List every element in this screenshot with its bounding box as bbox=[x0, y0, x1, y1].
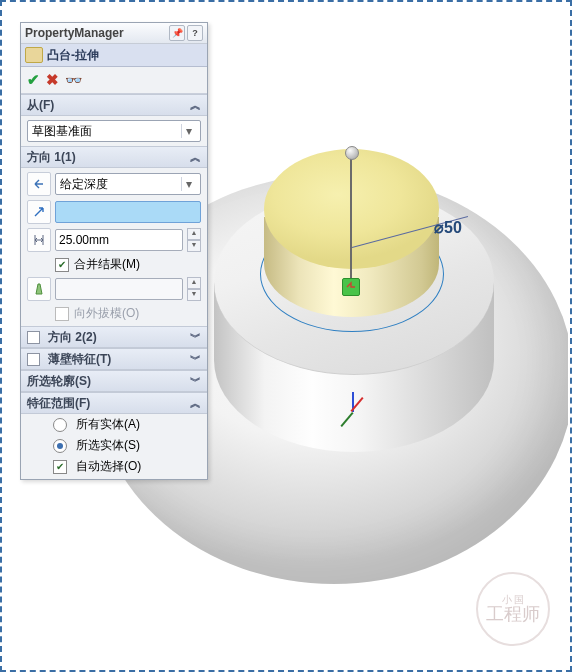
section-from-label: 从(F) bbox=[27, 97, 54, 114]
section-dir2-label: 方向 2(2) bbox=[48, 329, 97, 346]
scope-selected-bodies-label: 所选实体(S) bbox=[76, 437, 140, 454]
section-scope-label: 特征范围(F) bbox=[27, 395, 90, 412]
depth-icon bbox=[27, 228, 51, 252]
feature-title: 凸台-拉伸 bbox=[47, 47, 99, 64]
scope-auto-select-checkbox[interactable] bbox=[53, 460, 67, 474]
boss-extrude-icon bbox=[25, 47, 43, 63]
merge-result-checkbox[interactable] bbox=[55, 258, 69, 272]
end-condition-dropdown[interactable]: 给定深度 ▾ bbox=[55, 173, 201, 195]
section-dir1-body: 给定深度 ▾ 25.00mm ▲▼ bbox=[21, 168, 207, 326]
property-manager-titlebar: PropertyManager 📌 ? bbox=[21, 23, 207, 44]
sketch-origin-icon bbox=[342, 278, 360, 296]
dir2-enable-checkbox[interactable] bbox=[27, 331, 40, 344]
property-manager-title: PropertyManager bbox=[25, 26, 124, 40]
depth-input[interactable]: 25.00mm bbox=[55, 229, 183, 251]
from-condition-value: 草图基准面 bbox=[32, 123, 92, 140]
watermark: 小 国 工程师 bbox=[476, 572, 550, 646]
depth-spinner[interactable]: ▲▼ bbox=[187, 228, 201, 252]
section-scope-body: 所有实体(A) 所选实体(S) 自动选择(O) bbox=[21, 414, 207, 479]
direction-reference-field[interactable] bbox=[55, 201, 201, 223]
chevron-down-icon: ▾ bbox=[181, 124, 196, 138]
merge-result-label: 合并结果(M) bbox=[74, 256, 140, 273]
extrude-direction-knob[interactable] bbox=[345, 146, 359, 160]
from-condition-dropdown[interactable]: 草图基准面 ▾ bbox=[27, 120, 201, 142]
scope-auto-select-label: 自动选择(O) bbox=[76, 458, 141, 475]
feature-title-row: 凸台-拉伸 bbox=[21, 44, 207, 67]
reverse-direction-button[interactable] bbox=[27, 172, 51, 196]
view-triad[interactable] bbox=[334, 394, 374, 434]
thin-enable-checkbox[interactable] bbox=[27, 353, 40, 366]
section-contours-label: 所选轮廓(S) bbox=[27, 373, 91, 390]
watermark-line2: 工程师 bbox=[486, 605, 540, 623]
section-scope-header[interactable]: 特征范围(F) ︽ bbox=[21, 392, 207, 414]
expand-icon: ︾ bbox=[190, 352, 201, 367]
pin-button[interactable]: 📌 bbox=[169, 25, 185, 41]
property-manager-panel: PropertyManager 📌 ? 凸台-拉伸 ✔ ✖ 👓 从(F) ︽ 草… bbox=[20, 22, 208, 480]
end-condition-value: 给定深度 bbox=[60, 176, 108, 193]
chevron-down-icon: ▾ bbox=[181, 177, 196, 191]
draft-outward-checkbox bbox=[55, 307, 69, 321]
section-from-body: 草图基准面 ▾ bbox=[21, 116, 207, 146]
cancel-button[interactable]: ✖ bbox=[46, 71, 59, 89]
draft-spinner[interactable]: ▲▼ bbox=[187, 277, 201, 301]
scope-all-bodies-label: 所有实体(A) bbox=[76, 416, 140, 433]
draft-angle-input[interactable] bbox=[55, 278, 183, 300]
section-thin-label: 薄壁特征(T) bbox=[48, 351, 111, 368]
draft-on-off-button[interactable] bbox=[27, 277, 51, 301]
section-from-header[interactable]: 从(F) ︽ bbox=[21, 94, 207, 116]
collapse-icon: ︽ bbox=[190, 150, 201, 165]
section-thin-header[interactable]: 薄壁特征(T) ︾ bbox=[21, 348, 207, 370]
collapse-icon: ︽ bbox=[190, 396, 201, 411]
detailed-preview-button[interactable]: 👓 bbox=[65, 72, 82, 88]
depth-value: 25.00mm bbox=[59, 233, 109, 247]
collapse-icon: ︽ bbox=[190, 98, 201, 113]
scope-selected-bodies-radio[interactable] bbox=[53, 439, 67, 453]
section-dir2-header[interactable]: 方向 2(2) ︾ bbox=[21, 326, 207, 348]
extrude-direction-handle[interactable] bbox=[350, 152, 352, 288]
help-button[interactable]: ? bbox=[187, 25, 203, 41]
direction-vector-button[interactable] bbox=[27, 200, 51, 224]
section-dir1-header[interactable]: 方向 1(1) ︽ bbox=[21, 146, 207, 168]
draft-outward-label: 向外拔模(O) bbox=[74, 305, 139, 322]
expand-icon: ︾ bbox=[190, 374, 201, 389]
expand-icon: ︾ bbox=[190, 330, 201, 345]
command-row: ✔ ✖ 👓 bbox=[21, 67, 207, 94]
dimension-label[interactable]: ⌀50 bbox=[434, 218, 462, 237]
section-contours-header[interactable]: 所选轮廓(S) ︾ bbox=[21, 370, 207, 392]
scope-all-bodies-radio[interactable] bbox=[53, 418, 67, 432]
section-dir1-label: 方向 1(1) bbox=[27, 149, 76, 166]
ok-button[interactable]: ✔ bbox=[27, 71, 40, 89]
